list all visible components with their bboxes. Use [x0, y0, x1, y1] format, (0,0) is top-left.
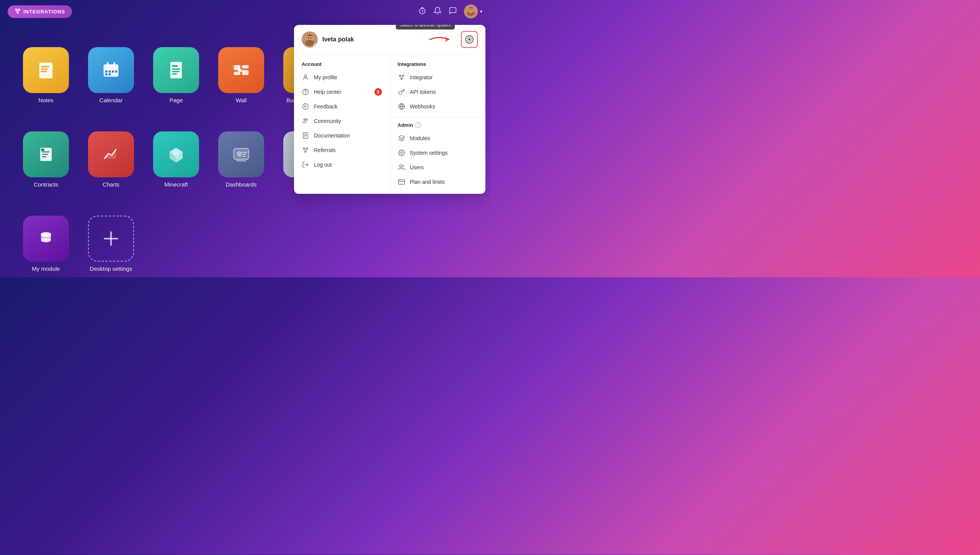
- svg-marker-111: [399, 136, 404, 139]
- svg-point-76: [41, 232, 51, 237]
- feedback-label: Feedback: [314, 103, 337, 110]
- svg-marker-84: [445, 37, 449, 42]
- menu-item-referrals[interactable]: Referrals: [294, 143, 390, 157]
- svg-line-108: [402, 76, 403, 79]
- topbar-right: ▾: [418, 5, 482, 18]
- app-label-desktop-settings: Desktop settings: [90, 265, 132, 272]
- svg-rect-24: [115, 70, 117, 72]
- switch-system-button[interactable]: [461, 31, 478, 48]
- app-item-dashboards[interactable]: Dashboards: [211, 111, 272, 192]
- integrations-admin-column: Integrations Integrator API tokens Webho…: [390, 54, 486, 194]
- svg-point-86: [304, 75, 307, 77]
- menu-item-webhooks[interactable]: Webhooks: [390, 99, 486, 114]
- app-item-page[interactable]: Page: [145, 27, 207, 107]
- menu-item-documentation[interactable]: Documentation: [294, 128, 390, 143]
- app-label-contracts: Contracts: [34, 181, 58, 188]
- gear-icon: [398, 149, 405, 157]
- svg-point-105: [401, 79, 402, 80]
- integrations-title: Integrations: [390, 59, 486, 70]
- svg-rect-58: [243, 156, 245, 157]
- svg-rect-57: [243, 154, 246, 155]
- timer-icon[interactable]: [418, 7, 426, 17]
- card-icon: [398, 178, 405, 186]
- svg-rect-18: [104, 67, 119, 68]
- webhooks-label: Webhooks: [410, 103, 435, 110]
- online-status-dot: [314, 43, 317, 47]
- chat-icon[interactable]: [449, 7, 457, 17]
- switch-button-wrap: Switch to another system: [461, 31, 478, 48]
- community-icon: [302, 117, 309, 125]
- svg-rect-15: [41, 71, 47, 72]
- svg-rect-34: [234, 72, 240, 75]
- integrations-button[interactable]: INTEGRATIONS: [8, 5, 72, 18]
- menu-item-users[interactable]: Users: [390, 160, 486, 175]
- app-item-desktop-settings[interactable]: Desktop settings: [80, 195, 142, 276]
- logout-label: Log out: [314, 162, 332, 168]
- menu-item-api-tokens[interactable]: API tokens: [390, 85, 486, 99]
- svg-rect-19: [107, 62, 108, 66]
- app-item-charts[interactable]: Charts: [80, 111, 142, 192]
- documentation-label: Documentation: [314, 133, 350, 139]
- dropdown-menu: Iveta polak Switch to another system Acc…: [294, 25, 485, 194]
- menu-item-system-settings[interactable]: System settings: [390, 146, 486, 160]
- svg-rect-35: [242, 70, 248, 75]
- account-column: Account My profile Help center 3 Feedbac…: [294, 54, 390, 194]
- dropdown-avatar: [302, 31, 318, 47]
- app-item-calendar[interactable]: Calendar: [80, 27, 142, 107]
- app-item-notes[interactable]: Notes: [15, 27, 77, 107]
- svg-point-90: [304, 119, 306, 121]
- svg-rect-22: [109, 70, 111, 72]
- svg-rect-26: [109, 74, 111, 75]
- menu-item-community[interactable]: Community: [294, 114, 390, 128]
- app-label-page: Page: [169, 97, 183, 103]
- svg-point-97: [307, 148, 308, 149]
- app-label-dashboards: Dashboards: [226, 181, 257, 188]
- bell-icon[interactable]: [433, 7, 442, 17]
- avatar: [464, 5, 478, 18]
- app-label-wall: Wall: [236, 97, 247, 103]
- app-label-calendar: Calendar: [100, 97, 123, 103]
- my-profile-label: My profile: [314, 74, 337, 80]
- user-avatar-button[interactable]: ▾: [464, 5, 482, 18]
- dropdown-header: Iveta polak Switch to another system: [294, 25, 485, 54]
- svg-rect-31: [172, 74, 177, 75]
- app-icon-charts: [88, 131, 134, 177]
- key-icon: [398, 88, 405, 96]
- svg-point-104: [403, 75, 404, 76]
- svg-rect-20: [113, 62, 115, 66]
- app-item-minecraft[interactable]: Minecraft: [145, 111, 207, 192]
- layers-icon: [398, 134, 405, 142]
- admin-help-icon[interactable]: ?: [415, 122, 421, 128]
- topbar: INTEGRATIONS: [0, 0, 490, 23]
- globe-icon: [398, 103, 405, 110]
- menu-item-plan-limits[interactable]: Plan and limits: [390, 175, 486, 189]
- svg-rect-27: [170, 62, 182, 78]
- menu-item-help-center[interactable]: Help center 3: [294, 85, 390, 99]
- svg-point-9: [468, 8, 474, 13]
- svg-point-85: [469, 39, 470, 40]
- modules-label: Modules: [410, 135, 430, 141]
- menu-item-integrator[interactable]: Integrator: [390, 70, 486, 85]
- svg-rect-33: [242, 65, 248, 69]
- app-label-my-module: My module: [32, 265, 60, 272]
- menu-item-modules[interactable]: Modules: [390, 131, 486, 146]
- svg-rect-21: [105, 70, 107, 72]
- svg-line-101: [306, 149, 307, 151]
- svg-point-112: [400, 152, 402, 154]
- svg-line-100: [304, 149, 305, 151]
- svg-point-2: [17, 12, 18, 13]
- plan-limits-label: Plan and limits: [410, 179, 445, 185]
- users-label: Users: [410, 164, 424, 170]
- app-item-wall[interactable]: Wall: [211, 27, 272, 107]
- svg-rect-114: [398, 180, 405, 184]
- app-item-contracts[interactable]: Contracts: [15, 111, 77, 192]
- app-item-my-module[interactable]: My module: [15, 195, 77, 276]
- menu-item-feedback[interactable]: Feedback: [294, 99, 390, 114]
- tooltip-switch: Switch to another system: [396, 25, 455, 29]
- menu-item-my-profile[interactable]: My profile: [294, 70, 390, 85]
- help-icon: [302, 88, 309, 96]
- topbar-left: INTEGRATIONS: [8, 5, 72, 18]
- svg-point-88: [305, 93, 305, 93]
- menu-item-logout[interactable]: Log out: [294, 157, 390, 172]
- svg-point-98: [305, 151, 306, 152]
